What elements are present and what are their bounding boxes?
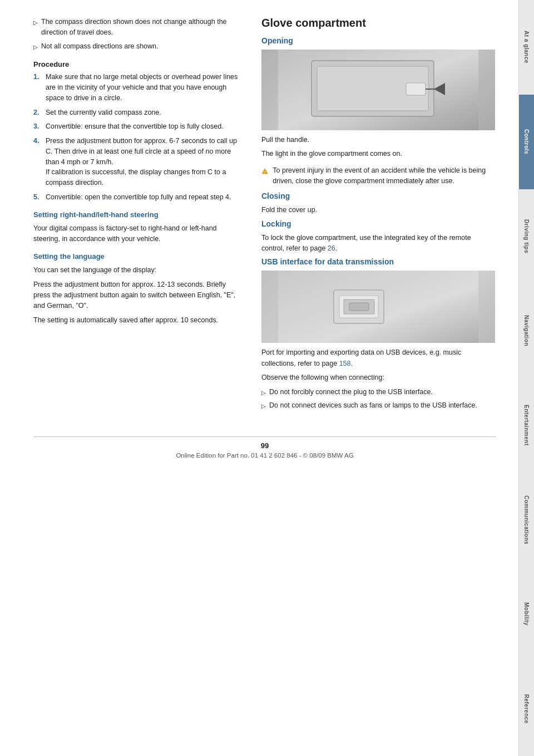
usb-bullets: ▷ Do not forcibly connect the plug to th… <box>261 387 495 411</box>
closing-text: Fold the cover up. <box>261 205 495 215</box>
opening-text2: The light in the glove compartment comes… <box>261 149 495 159</box>
language-heading: Setting the language <box>33 252 245 261</box>
warning-box: ! To prevent injury in the event of an a… <box>261 165 495 186</box>
setting-text: Your digital compass is factory-set to r… <box>33 223 245 245</box>
setting-heading: Setting right-hand/left-hand steering <box>33 210 245 219</box>
page-number: 99 <box>33 441 496 450</box>
procedure-steps: 1. Make sure that no large metal objects… <box>33 72 245 202</box>
svg-rect-4 <box>406 83 426 95</box>
bullet-item: ▷ Not all compass directions are shown. <box>33 41 245 52</box>
tab-at-a-glance[interactable]: At a glance <box>518 0 534 95</box>
svg-rect-14 <box>349 303 369 311</box>
tab-navigation[interactable]: Navigation <box>518 283 534 378</box>
warning-icon: ! <box>261 165 268 178</box>
bullet-text: Not all compass directions are shown. <box>41 41 159 52</box>
usb-page-link[interactable]: 158 <box>339 360 351 367</box>
step-item: 2. Set the currently valid compass zone. <box>33 107 245 118</box>
bullet-arrow-icon: ▷ <box>261 402 266 410</box>
usb-bullet-text: Do not forcibly connect the plug to the … <box>269 387 433 397</box>
opening-text1: Pull the handle. <box>261 135 495 145</box>
closing-heading: Closing <box>261 192 495 200</box>
usb-bullet-item: ▷ Do not connect devices such as fans or… <box>261 400 495 411</box>
tab-entertainment[interactable]: Entertainment <box>518 378 534 473</box>
glove-opening-image <box>261 50 495 130</box>
locking-text: To lock the glove compartment, use the i… <box>261 233 495 254</box>
tab-reference[interactable]: Reference <box>518 661 534 756</box>
step-text: Convertible: open the convertible top fu… <box>46 192 231 203</box>
tab-driving-tips[interactable]: Driving tips <box>518 189 534 284</box>
warning-text: To prevent injury in the event of an acc… <box>273 165 495 186</box>
step-text: Press the adjustment button for approx. … <box>46 136 245 188</box>
usb-bullet-item: ▷ Do not forcibly connect the plug to th… <box>261 387 495 397</box>
step-text: Set the currently valid compass zone. <box>46 107 161 118</box>
usb-bullet-text: Do not connect devices such as fans or l… <box>269 400 477 411</box>
step-item: 4. Press the adjustment button for appro… <box>33 136 245 188</box>
side-navigation: At a glance Controls Driving tips Naviga… <box>518 0 534 756</box>
observe-text: Observe the following when connecting: <box>261 372 495 383</box>
bullet-arrow-icon: ▷ <box>261 389 266 397</box>
glove-compartment-title: Glove compartment <box>261 17 495 30</box>
step-item: 3. Convertible: ensure that the converti… <box>33 121 245 132</box>
step-item: 1. Make sure that no large metal objects… <box>33 72 245 103</box>
step-text: Make sure that no large metal objects or… <box>46 72 245 103</box>
page-footer: 99 Online Edition for Part no. 01 41 2 6… <box>33 436 496 459</box>
usb-heading: USB interface for data transmission <box>261 257 495 266</box>
step-text: Convertible: ensure that the convertible… <box>46 121 224 132</box>
right-column: Glove compartment Opening <box>261 17 495 420</box>
bullet-arrow-icon: ▷ <box>33 18 38 27</box>
svg-text:!: ! <box>264 169 265 173</box>
locking-page-link[interactable]: 26 <box>328 244 335 252</box>
tab-communications[interactable]: Communications <box>518 473 534 567</box>
procedure-heading: Procedure <box>33 60 245 68</box>
language-text3: The setting is automatically saved after… <box>33 315 245 326</box>
bullet-arrow-icon: ▷ <box>33 43 38 51</box>
locking-heading: Locking <box>261 219 495 228</box>
left-column: ▷ The compass direction shown does not c… <box>33 17 245 420</box>
bullet-item: ▷ The compass direction shown does not c… <box>33 17 245 38</box>
opening-heading: Opening <box>261 36 495 45</box>
language-text1: You can set the language of the display: <box>33 265 245 276</box>
step-item: 5. Convertible: open the convertible top… <box>33 192 245 203</box>
footer-text: Online Edition for Part no. 01 41 2 602 … <box>176 452 353 459</box>
tab-mobility[interactable]: Mobility <box>518 567 534 662</box>
language-text2: Press the adjustment button for approx. … <box>33 279 245 312</box>
usb-image <box>261 271 495 343</box>
bullet-text: The compass direction shown does not cha… <box>41 17 245 38</box>
compass-bullets: ▷ The compass direction shown does not c… <box>33 17 245 51</box>
tab-controls[interactable]: Controls <box>518 95 534 189</box>
usb-text: Port for importing and exporting data on… <box>261 347 495 369</box>
